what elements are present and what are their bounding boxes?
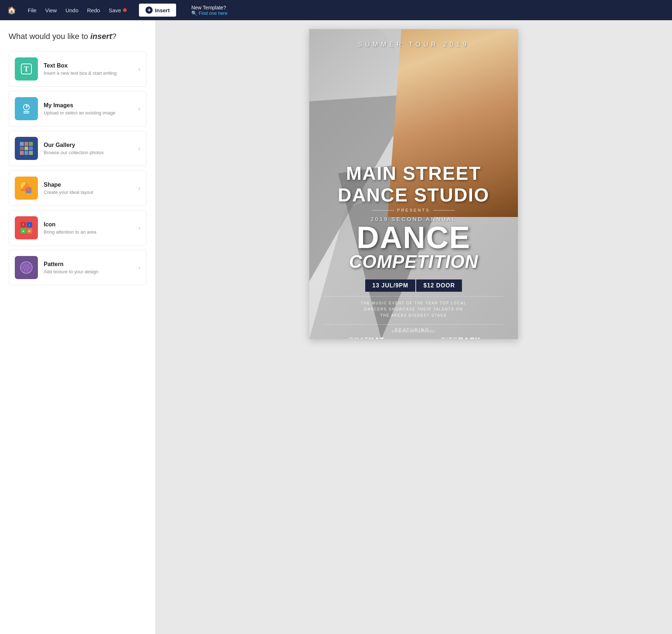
gallery-title: Our Gallery	[44, 142, 135, 148]
title-suffix: ?	[112, 32, 116, 41]
insert-plus-icon: +	[145, 6, 153, 14]
new-template-section: New Template? 🔍 Find one here	[191, 5, 227, 16]
poster-header: SUMMER TOUR 2019	[358, 41, 469, 48]
gallery-text: Our Gallery Browse our collection photos	[44, 142, 135, 155]
menu-item-textbox[interactable]: T Text Box Insert a new text box & start…	[9, 51, 147, 87]
artist-1: SCATKAT	[324, 336, 409, 339]
panel-title: What would you like to insert?	[9, 32, 147, 41]
gallery-chevron: ›	[138, 145, 140, 152]
menu-item-icon[interactable]: f ♪ ★ ✉ Icon Bring attention to an area …	[9, 210, 147, 246]
gallery-desc: Browse our collection photos	[44, 150, 135, 155]
poster-presents-line: PRESENTS	[324, 208, 503, 212]
poster-website: www.mainststudio.com	[392, 329, 436, 333]
menu-item-pattern[interactable]: Pattern Add texture to your design ›	[9, 250, 147, 285]
myimages-title: My Images	[44, 102, 135, 109]
view-menu[interactable]: View	[45, 7, 57, 13]
artist-2: BITEBACK	[418, 336, 503, 339]
svg-text:★: ★	[22, 230, 25, 233]
pattern-text: Pattern Add texture to your design	[44, 261, 135, 274]
textbox-title: Text Box	[44, 62, 135, 69]
menu-item-myimages[interactable]: My Images Upload or select an existing i…	[9, 91, 147, 126]
poster-date-price: 13 JUL/9PM $12 DOOR	[324, 279, 503, 292]
poster-main-text: MAIN STREET DANCE STUDIO PRESENTS 2019 S…	[324, 164, 503, 339]
pattern-desc: Add texture to your design	[44, 269, 135, 274]
svg-point-20	[26, 267, 27, 268]
svg-text:✉: ✉	[28, 230, 31, 233]
myimages-text: My Images Upload or select an existing i…	[44, 102, 135, 116]
search-icon: 🔍	[191, 10, 197, 16]
menu-item-shape[interactable]: Shape Create your ideal layout ›	[9, 170, 147, 206]
textbox-desc: Insert a new text box & start writing	[44, 70, 135, 76]
myimages-chevron: ›	[138, 105, 140, 113]
poster-price: $12 DOOR	[416, 279, 462, 292]
insert-panel: What would you like to insert? T Text Bo…	[0, 20, 155, 634]
shape-text: Shape Create your ideal layout	[44, 182, 135, 195]
find-template-label: Find one here	[198, 10, 227, 16]
home-button[interactable]: 🏠	[7, 6, 16, 14]
textbox-icon: T	[15, 57, 38, 81]
pattern-title: Pattern	[44, 261, 135, 268]
title-keyword: insert	[90, 32, 112, 41]
poster-content: SUMMER TOUR 2019 MAIN STREET DANCE STUDI…	[309, 29, 518, 339]
pattern-chevron: ›	[138, 264, 140, 272]
find-template-link[interactable]: 🔍 Find one here	[191, 10, 227, 16]
insert-label: Insert	[155, 7, 170, 13]
title-prefix: What would you like to	[9, 32, 90, 41]
save-label: Save	[109, 7, 121, 13]
save-button[interactable]: Save	[109, 7, 127, 13]
icon-icon: f ♪ ★ ✉	[15, 216, 38, 239]
main-layout: What would you like to insert? T Text Bo…	[0, 20, 672, 634]
poster: SUMMER TOUR 2019 MAIN STREET DANCE STUDI…	[309, 29, 518, 339]
svg-text:♪: ♪	[29, 223, 30, 227]
redo-button[interactable]: Redo	[87, 7, 100, 13]
icon-text: Icon Bring attention to an area	[44, 221, 135, 235]
canvas-area: SUMMER TOUR 2019 MAIN STREET DANCE STUDI…	[155, 20, 672, 634]
insert-button[interactable]: + Insert	[138, 3, 177, 17]
icon-desc: Bring attention to an area	[44, 229, 135, 235]
pattern-icon	[15, 256, 38, 279]
navbar: 🏠 File View Undo Redo Save + Insert New …	[0, 0, 672, 20]
myimages-icon	[15, 97, 38, 120]
poster-studio-line2: DANCE STUDIO	[324, 186, 503, 204]
poster-presents: PRESENTS	[397, 208, 430, 212]
new-template-title: New Template?	[191, 5, 227, 10]
unsaved-indicator	[123, 8, 127, 12]
poster-tagline: THE MUSIC EVENT OF THE YEAR TOP LOCALDAN…	[324, 300, 503, 318]
shape-chevron: ›	[138, 184, 140, 192]
textbox-text: Text Box Insert a new text box & start w…	[44, 62, 135, 76]
poster-dance: DANCE	[324, 223, 503, 251]
poster-studio-line1: MAIN STREET	[324, 164, 503, 183]
icon-title: Icon	[44, 221, 135, 228]
textbox-chevron: ›	[138, 65, 140, 73]
myimages-desc: Upload or select an existing image	[44, 110, 135, 116]
shape-title: Shape	[44, 182, 135, 188]
icon-chevron: ›	[138, 224, 140, 232]
shape-icon	[15, 177, 38, 200]
poster-date: 13 JUL/9PM	[365, 279, 416, 292]
menu-item-gallery[interactable]: Our Gallery Browse our collection photos…	[9, 131, 147, 166]
poster-competition: COMPETITION	[324, 251, 503, 272]
shape-desc: Create your ideal layout	[44, 190, 135, 195]
file-menu[interactable]: File	[28, 7, 36, 13]
svg-text:T: T	[24, 65, 29, 73]
poster-artists: SCATKAT BITEBACK MISSYKELLY DRUCHINA	[324, 336, 503, 339]
undo-button[interactable]: Undo	[65, 7, 78, 13]
gallery-icon	[15, 137, 38, 160]
